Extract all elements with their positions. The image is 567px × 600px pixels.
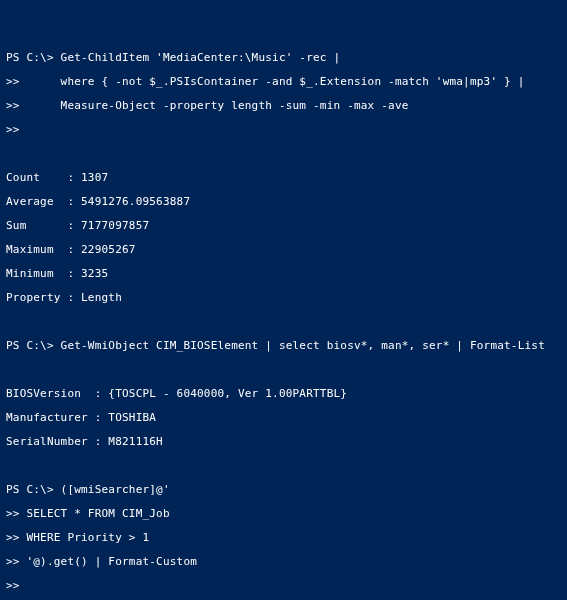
output-property: Property : Length xyxy=(6,292,561,304)
output-biosversion: BIOSVersion : {TOSCPL - 6040000, Ver 1.0… xyxy=(6,388,561,400)
terminal-line: >> xyxy=(6,124,561,136)
terminal-line: >> where { -not $_.PSIsContainer -and $_… xyxy=(6,76,561,88)
output-average: Average : 5491276.09563887 xyxy=(6,196,561,208)
terminal-line: PS C:\> Get-WmiObject CIM_BIOSElement | … xyxy=(6,340,561,352)
terminal-line: PS C:\> ([wmiSearcher]@' xyxy=(6,484,561,496)
terminal-line: >> SELECT * FROM CIM_Job xyxy=(6,508,561,520)
terminal-line: >> xyxy=(6,580,561,592)
output-maximum: Maximum : 22905267 xyxy=(6,244,561,256)
output-manufacturer: Manufacturer : TOSHIBA xyxy=(6,412,561,424)
output-sum: Sum : 7177097857 xyxy=(6,220,561,232)
output-count: Count : 1307 xyxy=(6,172,561,184)
output-minimum: Minimum : 3235 xyxy=(6,268,561,280)
terminal-line: >> WHERE Priority > 1 xyxy=(6,532,561,544)
output-serialnumber: SerialNumber : M821116H xyxy=(6,436,561,448)
terminal-line: PS C:\> Get-ChildItem 'MediaCenter:\Musi… xyxy=(6,52,561,64)
terminal-line: >> '@).get() | Format-Custom xyxy=(6,556,561,568)
terminal-line: >> Measure-Object -property length -sum … xyxy=(6,100,561,112)
